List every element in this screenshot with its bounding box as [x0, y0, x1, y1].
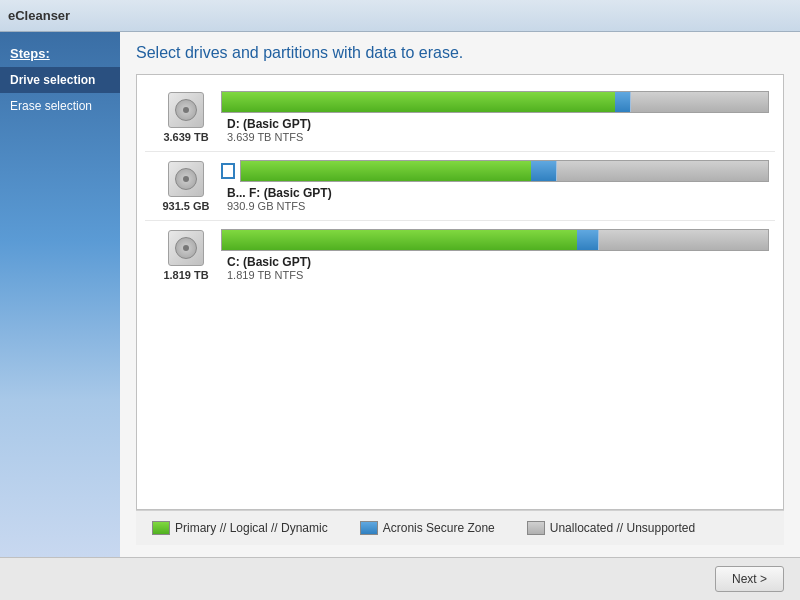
partition-info: C: (Basic GPT) 1.819 TB NTFS: [227, 255, 769, 281]
drive-partitions: C: (Basic GPT) 1.819 TB NTFS: [221, 229, 769, 281]
main-content: Select drives and partitions with data t…: [120, 32, 800, 557]
partition-blue-indicator-icon: [221, 163, 235, 179]
partition-fill-blue: [615, 92, 631, 112]
legend-swatch-gray: [527, 521, 545, 535]
legend-swatch-green: [152, 521, 170, 535]
legend-item-primary: Primary // Logical // Dynamic: [152, 521, 328, 535]
partition-detail: 930.9 GB NTFS: [227, 200, 769, 212]
window-body: Steps: Drive selection Erase selection S…: [0, 32, 800, 557]
partition-bar: [221, 91, 769, 113]
drive-partitions: D: (Basic GPT) 3.639 TB NTFS: [221, 91, 769, 143]
partition-bar-row: [221, 160, 769, 182]
partition-name: B... F: (Basic GPT): [227, 186, 769, 200]
legend-swatch-blue: [360, 521, 378, 535]
app-window: eCleanser Steps: Drive selection Erase s…: [0, 0, 800, 600]
drive-icon-area: 931.5 GB: [151, 161, 221, 212]
title-bar: eCleanser: [0, 0, 800, 32]
partition-fill-gray: [631, 92, 768, 112]
drive-size-label: 931.5 GB: [162, 200, 209, 212]
drives-panel: 3.639 TB D: (Basic GPT) 3.639: [136, 74, 784, 510]
drive-icon-area: 3.639 TB: [151, 92, 221, 143]
partition-bar-row: [221, 91, 769, 113]
partition-fill-green: [222, 92, 615, 112]
partition-fill-green: [222, 230, 577, 250]
partition-bar: [221, 229, 769, 251]
partition-bar: [240, 160, 769, 182]
sidebar-item-erase-selection[interactable]: Erase selection: [0, 93, 120, 119]
drive-disk-icon: [168, 230, 204, 266]
legend-bar: Primary // Logical // Dynamic Acronis Se…: [136, 510, 784, 545]
partition-fill-blue: [531, 161, 557, 181]
legend-label-unallocated: Unallocated // Unsupported: [550, 521, 695, 535]
partition-fill-gray: [599, 230, 768, 250]
footer-bar: Next >: [0, 557, 800, 600]
drive-disk-icon: [168, 161, 204, 197]
drive-partitions: B... F: (Basic GPT) 930.9 GB NTFS: [221, 160, 769, 212]
partition-info: B... F: (Basic GPT) 930.9 GB NTFS: [227, 186, 769, 212]
partition-info: D: (Basic GPT) 3.639 TB NTFS: [227, 117, 769, 143]
sidebar-item-drive-selection[interactable]: Drive selection: [0, 67, 120, 93]
partition-detail: 3.639 TB NTFS: [227, 131, 769, 143]
sidebar-steps-header: Steps:: [0, 40, 120, 67]
legend-item-unallocated: Unallocated // Unsupported: [527, 521, 695, 535]
partition-name: C: (Basic GPT): [227, 255, 769, 269]
sidebar: Steps: Drive selection Erase selection: [0, 32, 120, 557]
partition-name: D: (Basic GPT): [227, 117, 769, 131]
drive-row[interactable]: 931.5 GB B..: [145, 152, 775, 221]
legend-label-primary: Primary // Logical // Dynamic: [175, 521, 328, 535]
drive-icon-area: 1.819 TB: [151, 230, 221, 281]
legend-label-acronis: Acronis Secure Zone: [383, 521, 495, 535]
partition-detail: 1.819 TB NTFS: [227, 269, 769, 281]
partition-fill-blue: [577, 230, 599, 250]
drive-row[interactable]: 3.639 TB D: (Basic GPT) 3.639: [145, 83, 775, 152]
legend-item-acronis: Acronis Secure Zone: [360, 521, 495, 535]
app-title: eCleanser: [8, 8, 70, 23]
partition-bar-row: [221, 229, 769, 251]
drive-row[interactable]: 1.819 TB C: (Basic GPT) 1.819: [145, 221, 775, 289]
drive-size-label: 3.639 TB: [163, 131, 208, 143]
drive-size-label: 1.819 TB: [163, 269, 208, 281]
drive-disk-icon: [168, 92, 204, 128]
partition-fill-gray: [557, 161, 768, 181]
partition-fill-green: [241, 161, 531, 181]
page-title: Select drives and partitions with data t…: [136, 44, 784, 62]
next-button[interactable]: Next >: [715, 566, 784, 592]
